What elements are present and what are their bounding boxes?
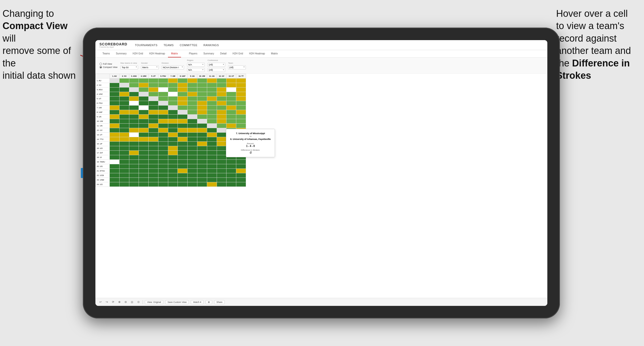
matrix-cell[interactable] (207, 151, 217, 155)
matrix-cell[interactable] (158, 128, 168, 133)
matrix-cell[interactable] (226, 97, 236, 101)
matrix-cell[interactable] (168, 83, 178, 88)
matrix-cell[interactable] (149, 133, 158, 137)
matrix-cell[interactable] (188, 151, 197, 155)
matrix-cell[interactable] (129, 78, 139, 83)
matrix-cell[interactable] (236, 97, 246, 101)
matrix-cell[interactable] (119, 151, 129, 155)
matrix-cell[interactable] (119, 155, 129, 160)
matrix-cell[interactable] (168, 137, 178, 142)
matrix-cell[interactable] (158, 106, 168, 110)
matrix-cell[interactable] (226, 92, 236, 97)
matrix-cell[interactable] (217, 92, 226, 97)
matrix-cell[interactable] (197, 88, 207, 92)
matrix-cell[interactable] (158, 115, 168, 119)
matrix-cell[interactable] (207, 137, 217, 142)
matrix-cell[interactable] (178, 182, 188, 187)
conference-select[interactable]: (All) (208, 63, 225, 67)
matrix-cell[interactable] (226, 106, 236, 110)
matrix-cell[interactable] (139, 88, 149, 92)
matrix-cell[interactable] (158, 83, 168, 88)
matrix-cell[interactable] (188, 164, 197, 169)
matrix-cell[interactable] (110, 106, 120, 110)
matrix-cell[interactable] (236, 173, 246, 178)
matrix-cell[interactable] (119, 78, 129, 83)
matrix-cell[interactable] (168, 164, 178, 169)
matrix-cell[interactable] (119, 133, 129, 137)
matrix-cell[interactable] (236, 83, 246, 88)
matrix-cell[interactable] (197, 92, 207, 97)
matrix-cell[interactable] (158, 151, 168, 155)
matrix-cell[interactable] (217, 155, 226, 160)
matrix-cell[interactable] (139, 173, 149, 178)
matrix-cell[interactable] (110, 83, 120, 88)
matrix-cell[interactable] (207, 92, 217, 97)
matrix-cell[interactable] (149, 146, 158, 151)
nav-tournaments[interactable]: TOURNAMENTS (135, 44, 157, 47)
matrix-cell[interactable] (149, 173, 158, 178)
matrix-cell[interactable] (168, 160, 178, 164)
matrix-cell[interactable] (129, 128, 139, 133)
matrix-cell[interactable] (139, 151, 149, 155)
matrix-cell[interactable] (168, 151, 178, 155)
matrix-cell[interactable] (149, 106, 158, 110)
matrix-cell[interactable] (197, 110, 207, 115)
nav-committee[interactable]: COMMITTEE (180, 44, 198, 47)
matrix-cell[interactable] (168, 173, 178, 178)
matrix-cell[interactable] (168, 110, 178, 115)
matrix-cell[interactable] (149, 128, 158, 133)
matrix-cell[interactable] (188, 97, 197, 101)
matrix-cell[interactable] (207, 83, 217, 88)
table-row[interactable]: 24. UO (96, 182, 246, 187)
matrix-cell[interactable] (129, 110, 139, 115)
matrix-cell[interactable] (236, 178, 246, 182)
matrix-cell[interactable] (178, 92, 188, 97)
table-row[interactable]: 4. UNC (96, 92, 246, 97)
matrix-cell[interactable] (217, 133, 226, 137)
compact-view-radio[interactable] (99, 66, 102, 68)
matrix-cell[interactable] (139, 97, 149, 101)
matrix-cell[interactable] (188, 124, 197, 128)
matrix-cell[interactable] (197, 155, 207, 160)
matrix-cell[interactable] (178, 124, 188, 128)
matrix-cell[interactable] (188, 142, 197, 146)
matrix-cell[interactable] (217, 88, 226, 92)
save-custom-view-button[interactable]: Save Custom View (165, 300, 189, 304)
matrix-cell[interactable] (178, 106, 188, 110)
matrix-cell[interactable] (207, 155, 217, 160)
matrix-cell[interactable] (149, 110, 158, 115)
matrix-cell[interactable] (188, 146, 197, 151)
matrix-cell[interactable] (188, 182, 197, 187)
matrix-cell[interactable] (149, 151, 158, 155)
matrix-cell[interactable] (188, 78, 197, 83)
tab-players-h2h-grid[interactable]: H2H Grid (229, 50, 246, 57)
matrix-cell[interactable] (129, 83, 139, 88)
matrix-cell[interactable] (119, 182, 129, 187)
region-select[interactable]: N/A (187, 63, 205, 67)
matrix-cell[interactable] (129, 142, 139, 146)
matrix-cell[interactable] (197, 142, 207, 146)
matrix-cell[interactable] (236, 160, 246, 164)
matrix-cell[interactable] (119, 88, 129, 92)
matrix-cell[interactable] (139, 128, 149, 133)
matrix-cell[interactable] (217, 124, 226, 128)
table-row[interactable]: 10. UW (96, 119, 246, 124)
matrix-cell[interactable] (119, 178, 129, 182)
matrix-cell[interactable] (197, 182, 207, 187)
matrix-cell[interactable] (207, 119, 217, 124)
matrix-cell[interactable] (178, 178, 188, 182)
matrix-cell[interactable] (197, 137, 207, 142)
matrix-cell[interactable] (226, 173, 236, 178)
matrix-cell[interactable] (110, 160, 120, 164)
refresh-icon[interactable]: ⟳ (111, 300, 115, 304)
matrix-cell[interactable] (129, 101, 139, 106)
matrix-cell[interactable] (178, 155, 188, 160)
matrix-cell[interactable] (236, 164, 246, 169)
table-row[interactable]: 20. UG (96, 164, 246, 169)
table-row[interactable]: 21. ETSU (96, 169, 246, 173)
matrix-cell[interactable] (158, 92, 168, 97)
matrix-cell[interactable] (168, 142, 178, 146)
matrix-cell[interactable] (158, 119, 168, 124)
matrix-cell[interactable] (139, 146, 149, 151)
matrix-cell[interactable] (129, 88, 139, 92)
